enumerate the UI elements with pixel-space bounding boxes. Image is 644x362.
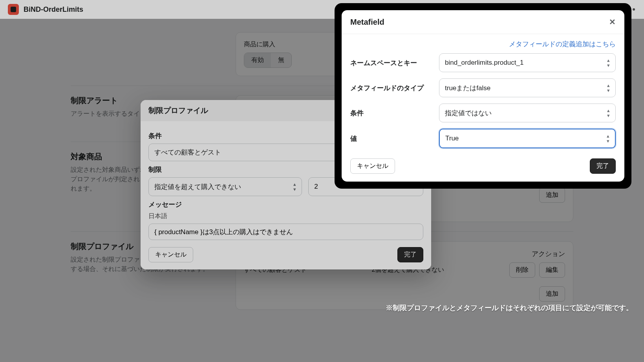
footnote: ※制限プロファイルとメタフィールドはそれぞれの項目にて設定が可能です。 xyxy=(386,303,633,313)
modal2-cancel-button[interactable]: キャンセル xyxy=(350,158,395,174)
chevron-updown-icon: ▴▾ xyxy=(607,58,610,68)
metafield-definition-link[interactable]: メタフィールドの定義追加はこちら xyxy=(509,40,616,48)
condition-label: 条件 xyxy=(350,109,433,118)
metafield-modal-wrapper: Metafield ✕ メタフィールドの定義追加はこちら ネームスペースとキー … xyxy=(335,3,631,189)
condition-value: 指定値ではない xyxy=(445,109,492,118)
value-label: 値 xyxy=(350,134,433,143)
modal2-done-button[interactable]: 完了 xyxy=(590,158,616,174)
chevron-updown-icon: ▴▾ xyxy=(607,133,609,144)
type-label: メタフィールドのタイプ xyxy=(350,84,433,93)
value-value: True xyxy=(445,135,459,142)
value-select[interactable]: True ▴▾ xyxy=(439,129,616,148)
namespace-select[interactable]: bind_orderlimits.product_1 ▴▾ xyxy=(439,53,616,72)
close-icon[interactable]: ✕ xyxy=(609,17,616,27)
namespace-value: bind_orderlimits.product_1 xyxy=(445,59,523,67)
namespace-label: ネームスペースとキー xyxy=(350,58,433,67)
condition-select[interactable]: 指定値ではない ▴▾ xyxy=(439,104,616,122)
modal2-title: Metafield xyxy=(350,18,384,27)
chevron-updown-icon: ▴▾ xyxy=(607,83,610,93)
chevron-updown-icon: ▴▾ xyxy=(607,108,610,118)
type-value: trueまたはfalse xyxy=(445,84,490,93)
type-select[interactable]: trueまたはfalse ▴▾ xyxy=(439,78,616,97)
